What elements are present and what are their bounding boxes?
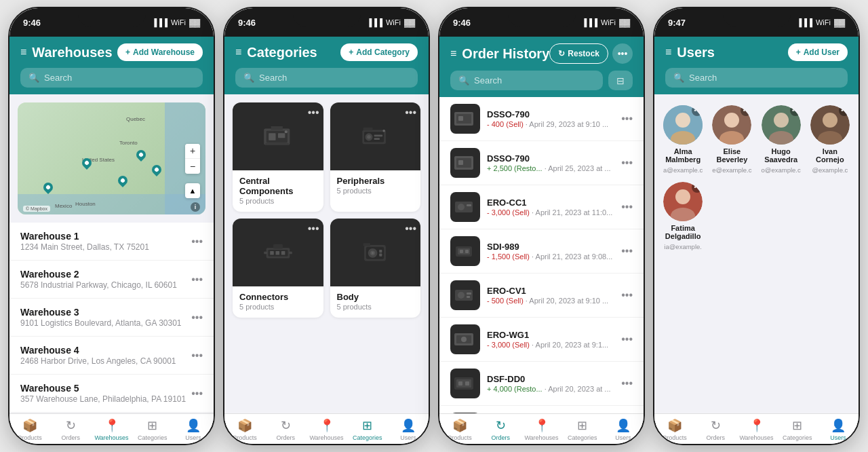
nav-item-products[interactable]: 📦 Products [9, 418, 50, 441]
page-title: Categories [247, 45, 317, 60]
svg-rect-28 [379, 250, 382, 252]
nav-item-warehouses[interactable]: 📍 Warehouses [736, 418, 776, 441]
nav-item-users[interactable]: 👤 Users [388, 418, 429, 441]
nav-item-categories[interactable]: ⊞ Categories [132, 418, 173, 441]
restock-button[interactable]: ↻ Restock [549, 43, 608, 64]
nav-item-warehouses[interactable]: 📍 Warehouses [91, 418, 132, 441]
warehouse-address: 5678 Industrial Parkway, Chicago, IL 606… [20, 280, 177, 290]
nav-item-products[interactable]: 📦 Products [439, 418, 480, 441]
order-menu-button[interactable]: ••• [621, 201, 633, 213]
add-user-button[interactable]: + Add User [788, 43, 848, 61]
category-menu-button[interactable]: ••• [308, 223, 319, 235]
search-icon: 🔍 [673, 73, 684, 83]
nav-item-users[interactable]: 👤 Users [173, 418, 214, 441]
user-more-icon[interactable]: ••• [692, 105, 703, 116]
nav-item-categories[interactable]: ⊞ Categories [347, 418, 388, 441]
warehouse-item[interactable]: Warehouse 1 1234 Main Street, Dallas, TX… [9, 223, 214, 261]
category-menu-button[interactable]: ••• [308, 107, 319, 119]
order-menu-button[interactable]: ••• [621, 157, 633, 169]
category-menu-button[interactable]: ••• [405, 223, 416, 235]
search-bar-categories: 🔍 Search [224, 68, 429, 94]
add-warehouse-button[interactable]: + Add Warehouse [117, 43, 203, 61]
warehouse-menu-button[interactable]: ••• [191, 236, 203, 248]
filter-button[interactable]: ⊟ [608, 71, 633, 90]
nav-item-categories[interactable]: ⊞ Categories [777, 418, 818, 441]
category-info-connectors: Connectors 5 products [233, 286, 323, 318]
order-item[interactable]: DSF-DD0 + 4,000 (Resto... · April 20, 20… [439, 362, 644, 406]
order-menu-button[interactable]: ••• [621, 333, 633, 345]
search-input[interactable]: 🔍 Search [665, 68, 848, 88]
user-card-ivan[interactable]: ••• Ivan Cornejo @example.c [807, 102, 853, 176]
category-menu-button[interactable]: ••• [405, 107, 416, 119]
warehouse-item[interactable]: Warehouse 2 5678 Industrial Parkway, Chi… [9, 261, 214, 299]
order-item[interactable]: ERO-WG1 - 3,000 (Sell) · April 20, 2023 … [439, 318, 644, 362]
user-card-alma[interactable]: ••• Alma Malmberg a@example.c [660, 102, 706, 176]
order-item[interactable]: ERO-CC1 - 3,000 (Sell) · April 21, 2023 … [439, 185, 644, 229]
warehouse-item[interactable]: Warehouse 3 9101 Logistics Boulevard, At… [9, 299, 214, 337]
status-time: 9:47 [668, 18, 686, 28]
user-name: Fatima Delgadillo [663, 224, 703, 240]
order-item[interactable]: ERO-CV1 - 500 (Sell) · April 20, 2023 at… [439, 274, 644, 318]
order-menu-button[interactable]: ••• [621, 289, 633, 301]
nav-item-users[interactable]: 👤 Users [603, 418, 644, 441]
nav-item-products[interactable]: 📦 Products [654, 418, 695, 441]
user-more-icon[interactable]: ••• [839, 105, 850, 116]
order-item[interactable]: SDI-989 - 1,500 (Sell) · April 21, 2023 … [439, 229, 644, 274]
warehouse-menu-button[interactable]: ••• [191, 350, 203, 362]
order-name: ERO-CV1 [487, 286, 614, 296]
more-options-button[interactable]: ••• [612, 43, 633, 64]
nav-item-warehouses[interactable]: 📍 Warehouses [306, 418, 347, 441]
menu-icon[interactable]: ≡ [450, 48, 456, 60]
order-item[interactable]: DSSO-790 + 2,500 (Resto... · April 25, 2… [439, 141, 644, 185]
menu-icon[interactable]: ≡ [665, 46, 671, 58]
category-card-peripherals[interactable]: ••• Peripherals 5 products [330, 102, 421, 212]
order-menu-button[interactable]: ••• [621, 377, 633, 390]
order-item[interactable]: DSSO-790 - 400 (Sell) · April 29, 2023 a… [439, 97, 644, 141]
nav-item-orders[interactable]: ↻ Orders [50, 418, 91, 441]
user-email: @example.c [812, 166, 848, 174]
nav-item-orders[interactable]: ↻ Orders [265, 418, 306, 441]
user-card-fatima[interactable]: ••• Fatima Delgadillo ia@example. [660, 179, 706, 253]
category-card-connectors[interactable]: ••• Connectors 5 products [233, 219, 323, 318]
status-icons: ▐▐▐ WiFi ▓▓ [367, 18, 415, 26]
warehouse-menu-button[interactable]: ••• [191, 312, 203, 324]
nav-item-categories[interactable]: ⊞ Categories [562, 418, 603, 441]
nav-item-orders[interactable]: ↻ Orders [480, 418, 521, 441]
category-card-central[interactable]: ••• Central Components 5 products [233, 102, 323, 212]
search-input[interactable]: 🔍 Search [450, 71, 603, 90]
user-more-icon[interactable]: ••• [741, 105, 751, 116]
category-card-body[interactable]: ••• Body 5 products [330, 219, 421, 318]
user-card-elise[interactable]: ••• Elise Beverley e@example.c [709, 102, 755, 176]
phone-body-warehouses: ≡ Warehouses + Add Warehouse 🔍 Search [9, 37, 214, 444]
nav-item-warehouses[interactable]: 📍 Warehouses [521, 418, 561, 441]
nav-item-users[interactable]: 👤 Users [818, 418, 859, 441]
category-count: 5 products [239, 197, 317, 205]
order-info: DSF-DD0 + 4,000 (Resto... · April 20, 20… [487, 374, 614, 393]
zoom-out-button[interactable]: − [185, 159, 200, 174]
order-menu-button[interactable]: ••• [621, 245, 633, 257]
nav-item-orders[interactable]: ↻ Orders [695, 418, 736, 441]
zoom-in-button[interactable]: + [185, 144, 200, 159]
orders-content: DSSO-790 - 400 (Sell) · April 29, 2023 a… [439, 97, 644, 413]
warehouse-item[interactable]: Warehouse 4 2468 Harbor Drive, Los Angel… [9, 337, 214, 375]
svg-rect-33 [458, 116, 463, 121]
search-input[interactable]: 🔍 Search [235, 68, 418, 88]
nav-item-products[interactable]: 📦 Products [224, 418, 265, 441]
add-category-button[interactable]: + Add Category [340, 43, 418, 61]
menu-icon[interactable]: ≡ [20, 46, 26, 58]
plus-icon: + [349, 48, 353, 57]
user-more-icon[interactable]: ••• [790, 105, 801, 116]
map-info-icon[interactable]: i [191, 202, 200, 212]
user-more-icon[interactable]: ••• [692, 182, 703, 193]
order-menu-button[interactable]: ••• [621, 113, 633, 125]
search-input[interactable]: 🔍 Search [20, 68, 203, 88]
category-info-peripherals: Peripherals 5 products [330, 170, 421, 202]
category-image-central: ••• [233, 102, 323, 170]
menu-icon[interactable]: ≡ [235, 46, 241, 58]
warehouse-item[interactable]: Warehouse 5 357 Warehouse Lane, Philadel… [9, 375, 214, 413]
order-item[interactable]: ERO-WG2 + 3,500 (Restoc... · April 20, 2… [439, 406, 644, 413]
user-card-hugo[interactable]: ••• Hugo Saavedra o@example.c [758, 102, 804, 176]
orders-header: ≡ Order History ↻ Restock ••• [439, 37, 644, 71]
warehouse-menu-button[interactable]: ••• [191, 388, 203, 400]
warehouse-menu-button[interactable]: ••• [191, 274, 203, 286]
